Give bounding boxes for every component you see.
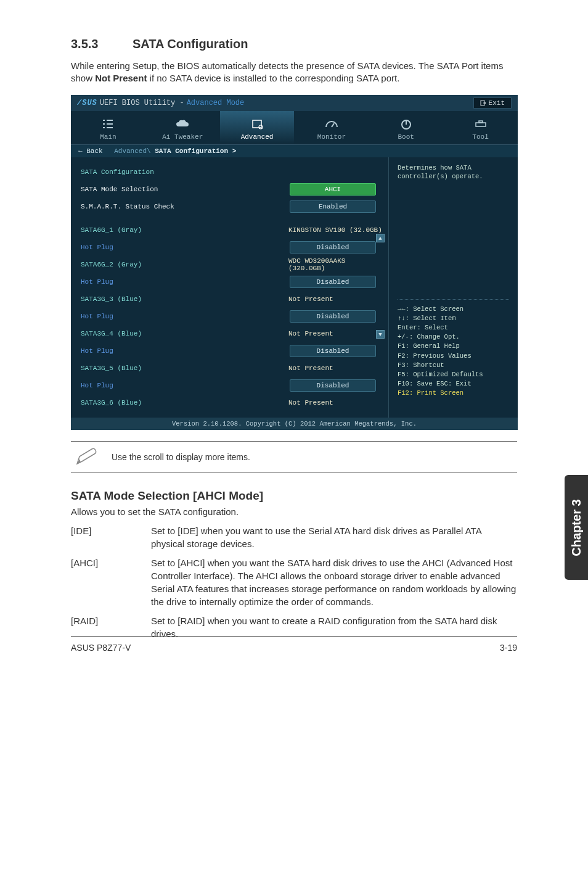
scroll-up-icon[interactable]: ▲: [376, 234, 385, 242]
tab-tool[interactable]: Tool: [443, 111, 518, 144]
bios-row[interactable]: S.M.A.R.T. Status CheckEnabled: [81, 198, 388, 215]
bios-title: UEFI BIOS Utility -: [100, 99, 184, 107]
svg-point-2: [259, 125, 263, 129]
bios-row-label: Hot Plug: [81, 313, 284, 320]
gauge-icon: [294, 117, 369, 131]
bios-value-pill[interactable]: Disabled: [290, 345, 376, 357]
bios-row-label: SATA3G_4 (Blue): [81, 330, 284, 337]
bios-row-label: SATA3G_5 (Blue): [81, 365, 284, 372]
note-text: Use the scroll to display more items.: [112, 452, 250, 462]
tab-main[interactable]: Main: [71, 111, 145, 144]
bios-value-pill[interactable]: Disabled: [290, 379, 376, 392]
bios-hint-line: →←: Select Screen: [398, 305, 509, 314]
bios-mode: Advanced Mode: [187, 99, 245, 107]
bios-row-label: Hot Plug: [81, 278, 284, 286]
intro-paragraph: While entering Setup, the BIOS automatic…: [71, 60, 517, 85]
cloud-icon: [145, 117, 220, 131]
bios-version-footer: Version 2.10.1208. Copyright (C) 2012 Am…: [71, 418, 518, 430]
bios-row[interactable]: SATA3G_3 (Blue)Not Present: [81, 291, 388, 308]
bios-hint-line: Enter: Select: [398, 323, 509, 332]
option-key: [IDE]: [71, 524, 151, 550]
subsection-desc: Allows you to set the SATA configuration…: [71, 506, 517, 517]
bios-row[interactable]: SATA3G_6 (Blue)Not Present: [81, 394, 388, 411]
bios-value-pill[interactable]: Disabled: [290, 241, 376, 254]
bios-row-value[interactable]: Enabled: [284, 200, 382, 213]
power-icon: [369, 117, 443, 131]
bios-row-value[interactable]: AHCI: [284, 183, 382, 196]
bios-row-value[interactable]: Disabled: [284, 276, 382, 288]
bios-tabs: Main Ai Tweaker Advanced Monitor Boot To…: [71, 111, 518, 145]
bios-row[interactable]: Hot PlugDisabled: [81, 239, 388, 256]
bios-row-value: Not Present: [284, 399, 382, 406]
option-row: [IDE]Set to [IDE] when you want to use t…: [71, 524, 517, 550]
bios-row-value: Not Present: [284, 330, 382, 337]
bios-row-value: Not Present: [284, 365, 382, 372]
bios-row-value[interactable]: Disabled: [284, 241, 382, 254]
tab-advanced[interactable]: Advanced: [220, 111, 295, 144]
bios-row[interactable]: SATA3G_4 (Blue)Not Present: [81, 325, 388, 342]
option-key: [AHCI]: [71, 556, 151, 608]
exit-icon: [480, 100, 486, 106]
section-heading: 3.5.3SATA Configuration: [71, 37, 517, 51]
footer-page-number: 3-19: [500, 643, 517, 653]
tab-monitor[interactable]: Monitor: [294, 111, 369, 144]
bios-row-label: SATA6G_1 (Gray): [81, 226, 284, 234]
bios-row-label: S.M.A.R.T. Status Check: [81, 203, 284, 210]
bios-row-label: SATA Mode Selection: [81, 186, 284, 193]
bios-topbar: /SUS UEFI BIOS Utility - Advanced Mode E…: [71, 95, 518, 111]
bios-row-label: Hot Plug: [81, 382, 284, 389]
tab-ai-tweaker[interactable]: Ai Tweaker: [145, 111, 220, 144]
bios-help-text: Determines how SATA controller(s) operat…: [398, 163, 509, 299]
bios-hint-line: +/-: Change Opt.: [398, 332, 509, 342]
scroll-track[interactable]: [376, 242, 385, 330]
bios-row[interactable]: SATA3G_5 (Blue)Not Present: [81, 360, 388, 377]
option-row: [AHCI]Set to [AHCI] when you want the SA…: [71, 556, 517, 608]
bios-hint-line: F1: General Help: [398, 342, 509, 351]
svg-line-3: [332, 123, 334, 127]
bios-right-panel: Determines how SATA controller(s) operat…: [388, 157, 518, 418]
bios-key-hints: →←: Select Screen↑↓: Select ItemEnter: S…: [398, 299, 509, 398]
breadcrumb-path: Advanced\ SATA Configuration >: [114, 147, 236, 155]
chapter-tab: Chapter 3: [565, 475, 588, 580]
bios-row-value[interactable]: Disabled: [284, 310, 382, 323]
bios-hint-line: ↑↓: Select Item: [398, 314, 509, 323]
scroll-down-icon[interactable]: ▼: [376, 330, 385, 339]
bios-row[interactable]: Hot PlugDisabled: [81, 273, 388, 291]
tab-boot[interactable]: Boot: [369, 111, 443, 144]
bios-row[interactable]: Hot PlugDisabled: [81, 342, 388, 360]
bios-breadcrumb: ← Back Advanced\ SATA Configuration >: [71, 145, 518, 157]
bios-row[interactable]: Hot PlugDisabled: [81, 377, 388, 394]
bios-hint-line: F5: Optimized Defaults: [398, 370, 509, 379]
chip-icon: [220, 117, 295, 131]
bios-row-label: SATA3G_3 (Blue): [81, 295, 284, 303]
panel-header: SATA Configuration: [81, 168, 382, 176]
back-button[interactable]: ← Back: [78, 147, 103, 155]
bios-row[interactable]: Hot PlugDisabled: [81, 308, 388, 325]
subsection-heading: SATA Mode Selection [AHCI Mode]: [71, 489, 517, 503]
bios-value-pill[interactable]: Enabled: [290, 200, 376, 213]
bios-row-label: Hot Plug: [81, 347, 284, 355]
svg-rect-6: [476, 123, 486, 126]
bios-value-pill[interactable]: AHCI: [290, 183, 376, 196]
bios-value-pill[interactable]: Disabled: [290, 276, 376, 288]
tool-icon: [443, 117, 518, 131]
option-description: Set to [AHCI] when you want the SATA har…: [151, 556, 517, 608]
bios-value-pill[interactable]: Disabled: [290, 310, 376, 323]
bios-row-value[interactable]: Disabled: [284, 379, 382, 392]
bios-hint-line: F10: Save ESC: Exit: [398, 379, 509, 389]
bios-scrollbar[interactable]: ▲ ▼: [376, 234, 385, 339]
exit-button[interactable]: Exit: [473, 97, 512, 109]
bios-row[interactable]: SATA6G_1 (Gray)KINGSTON SV100 (32.0GB): [81, 221, 388, 239]
footer-product: ASUS P8Z77-V: [71, 643, 131, 653]
bios-row-value[interactable]: Disabled: [284, 345, 382, 357]
bios-row-value: KINGSTON SV100 (32.0GB): [284, 226, 382, 234]
bios-row-value: Not Present: [284, 295, 382, 303]
bios-screenshot: /SUS UEFI BIOS Utility - Advanced Mode E…: [71, 95, 518, 430]
bios-row[interactable]: SATA6G_2 (Gray)WDC WD3200AAKS (320.0GB): [81, 256, 388, 273]
page-footer: ASUS P8Z77-V 3-19: [71, 643, 517, 653]
bios-hint-line: F12: Print Screen: [398, 389, 509, 398]
list-icon: [71, 117, 145, 131]
svg-rect-1: [253, 120, 261, 128]
bios-row-label: SATA6G_2 (Gray): [81, 261, 284, 268]
bios-row[interactable]: SATA Mode SelectionAHCI: [81, 181, 388, 198]
